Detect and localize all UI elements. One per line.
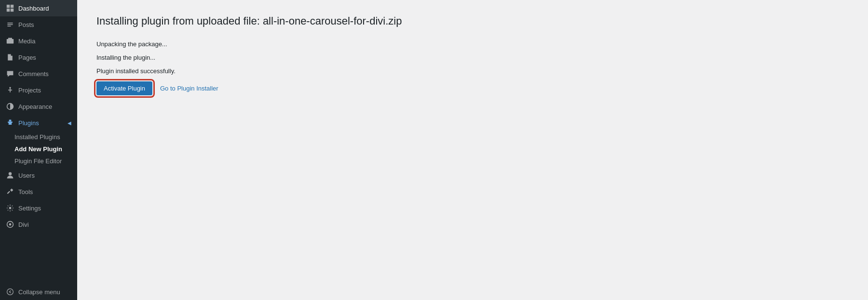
sidebar-label-divi: Divi <box>18 221 29 228</box>
posts-icon <box>6 20 14 29</box>
main-content: Installing plugin from uploaded file: al… <box>77 0 868 300</box>
install-log: Unpacking the package... Installing the … <box>96 38 849 78</box>
sidebar-item-settings[interactable]: Settings <box>0 200 77 216</box>
sidebar-label-media: Media <box>18 38 35 45</box>
sidebar-item-tools[interactable]: Tools <box>0 183 77 200</box>
divi-icon <box>6 220 14 229</box>
sidebar-item-appearance[interactable]: Appearance <box>0 98 77 115</box>
svg-rect-5 <box>8 38 12 39</box>
activate-plugin-button[interactable]: Activate Plugin <box>96 81 152 95</box>
log-line-1: Unpacking the package... <box>96 38 849 51</box>
log-line-3: Plugin installed successfully. <box>96 65 849 78</box>
svg-rect-4 <box>7 39 14 44</box>
svg-point-12 <box>9 207 12 209</box>
svg-point-14 <box>9 223 12 226</box>
settings-icon <box>6 204 14 212</box>
sidebar-label-plugins: Plugins <box>18 119 39 127</box>
sidebar-label-collapse: Collapse menu <box>18 288 60 296</box>
sidebar-item-collapse[interactable]: Collapse menu <box>0 284 77 300</box>
action-row: Activate Plugin Go to Plugin Installer <box>96 81 849 95</box>
svg-point-11 <box>9 172 12 175</box>
plugins-submenu: Installed Plugins Add New Plugin Plugin … <box>0 131 77 167</box>
sidebar-item-pages[interactable]: Pages <box>0 49 77 65</box>
plugins-arrow-icon: ◀ <box>68 120 71 126</box>
collapse-icon <box>6 287 14 296</box>
sidebar-label-pages: Pages <box>18 54 36 61</box>
media-icon <box>6 37 14 45</box>
plugins-icon <box>6 118 14 127</box>
page-title: Installing plugin from uploaded file: al… <box>96 14 849 28</box>
sidebar-label-comments: Comments <box>18 70 49 78</box>
pages-icon <box>6 53 14 62</box>
sidebar-label-projects: Projects <box>18 87 41 94</box>
submenu-add-new-plugin[interactable]: Add New Plugin <box>0 143 77 155</box>
svg-rect-0 <box>7 5 10 8</box>
sidebar-item-media[interactable]: Media <box>0 33 77 49</box>
users-icon <box>6 171 14 180</box>
svg-rect-3 <box>11 9 14 12</box>
sidebar-label-users: Users <box>18 172 35 179</box>
sidebar-label-appearance: Appearance <box>18 103 52 110</box>
sidebar-item-divi[interactable]: Divi <box>0 216 77 233</box>
svg-rect-2 <box>7 9 10 12</box>
sidebar-item-dashboard[interactable]: Dashboard <box>0 0 77 16</box>
tools-icon <box>6 187 14 196</box>
dashboard-icon <box>6 4 14 13</box>
sidebar-item-plugins[interactable]: Plugins ◀ <box>0 115 77 131</box>
submenu-plugin-file-editor[interactable]: Plugin File Editor <box>0 155 77 167</box>
submenu-installed-plugins[interactable]: Installed Plugins <box>0 131 77 143</box>
sidebar-label-dashboard: Dashboard <box>18 5 49 12</box>
sidebar-item-posts[interactable]: Posts <box>0 16 77 33</box>
sidebar-item-users[interactable]: Users <box>0 167 77 183</box>
appearance-icon <box>6 102 14 111</box>
sidebar-label-posts: Posts <box>18 21 34 28</box>
svg-rect-10 <box>9 120 12 122</box>
sidebar-label-tools: Tools <box>18 188 33 196</box>
svg-point-15 <box>7 289 14 295</box>
projects-icon <box>6 86 14 94</box>
svg-rect-1 <box>11 5 14 8</box>
log-line-2: Installing the plugin... <box>96 52 849 64</box>
sidebar: Dashboard Posts Media Pages Comments Pro… <box>0 0 77 300</box>
comments-icon <box>6 69 14 78</box>
svg-point-6 <box>9 87 11 89</box>
go-to-plugin-installer-link[interactable]: Go to Plugin Installer <box>160 85 218 92</box>
sidebar-item-projects[interactable]: Projects <box>0 82 77 98</box>
sidebar-item-comments[interactable]: Comments <box>0 65 77 82</box>
sidebar-label-settings: Settings <box>18 205 41 212</box>
